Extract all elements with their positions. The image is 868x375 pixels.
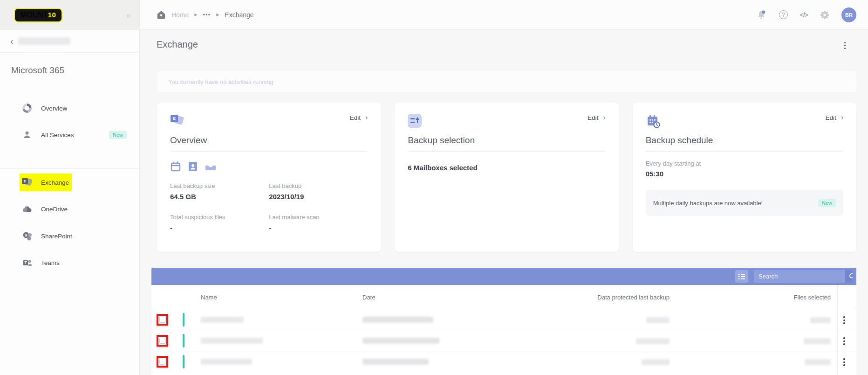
highlighted-row-checkbox[interactable] bbox=[157, 356, 168, 368]
sidebar-item-label: Overview bbox=[41, 105, 67, 112]
sidebar-item-onedrive[interactable]: OneDrive bbox=[0, 200, 140, 218]
stat-value: - bbox=[170, 224, 269, 232]
code-icon[interactable]: </> bbox=[800, 11, 808, 19]
mount10-logo[interactable]: MOUNT10 bbox=[14, 8, 62, 22]
overview-edit-button[interactable]: Edit › bbox=[350, 114, 368, 121]
redacted-name-cell bbox=[201, 317, 244, 323]
chevron-right-icon: › bbox=[603, 114, 605, 121]
home-icon[interactable] bbox=[157, 10, 166, 20]
redacted-data-protected-cell bbox=[646, 317, 670, 323]
sidebar: MOUNT10 « ‹ Microsoft 365 Overview All S… bbox=[0, 0, 140, 375]
sidebar-item-label: All Services bbox=[41, 132, 74, 139]
breadcrumb-home[interactable]: Home bbox=[171, 11, 189, 19]
breadcrumb-current: Exchange bbox=[225, 11, 253, 19]
stat-label: Last malware scan bbox=[269, 214, 368, 221]
sidebar-item-teams[interactable]: T Teams bbox=[0, 253, 140, 272]
backup-schedule-edit-button[interactable]: Edit › bbox=[825, 114, 843, 121]
search-box bbox=[754, 270, 853, 283]
redacted-date-cell bbox=[362, 317, 433, 323]
stat: Last backup size 64.5 GB bbox=[170, 182, 269, 201]
redacted-data-protected-cell bbox=[636, 338, 670, 344]
sidebar-header: MOUNT10 « bbox=[0, 0, 139, 30]
activities-banner: You currently have no activities running bbox=[157, 71, 856, 92]
calendar-clock-icon bbox=[646, 114, 661, 131]
table-row bbox=[151, 351, 856, 372]
stat: Last backup 2023/10/19 bbox=[269, 182, 368, 201]
column-header-files-selected: Files selected bbox=[151, 294, 831, 301]
breadcrumb-collapsed[interactable]: ••• bbox=[203, 11, 211, 18]
stat: Total suspicious files - bbox=[170, 214, 269, 232]
sidebar-item-exchange[interactable]: E Exchange bbox=[0, 173, 140, 192]
column-divider bbox=[837, 330, 838, 351]
row-kebab-menu[interactable] bbox=[841, 314, 847, 326]
sidebar-item-all-services[interactable]: All Services New bbox=[0, 125, 140, 144]
schedule-start-time: 05:30 bbox=[646, 170, 843, 178]
sidebar-item-label: OneDrive bbox=[41, 206, 68, 213]
activities-message: You currently have no activities running bbox=[168, 78, 273, 85]
stat-label: Last backup size bbox=[170, 182, 269, 189]
notifications-bell-icon[interactable] bbox=[756, 9, 767, 21]
breadcrumb-separator-icon: ▶ bbox=[216, 13, 219, 17]
column-divider bbox=[837, 372, 838, 375]
checkbox bbox=[159, 317, 165, 323]
divider bbox=[170, 151, 368, 152]
table-row bbox=[151, 309, 856, 330]
column-divider bbox=[837, 285, 838, 309]
sidebar-back-row: ‹ bbox=[0, 30, 139, 53]
status-indicator-bar bbox=[183, 313, 185, 326]
notice-text: Multiple daily backups are now available… bbox=[653, 200, 763, 207]
overview-stats: Last backup size 64.5 GB Last backup 202… bbox=[170, 182, 368, 232]
schedule-frequency-label: Every day starting at bbox=[646, 160, 843, 167]
column-settings-icon[interactable] bbox=[735, 270, 748, 283]
card-title: Backup schedule bbox=[646, 135, 843, 146]
status-indicator-bar bbox=[183, 334, 185, 347]
inbox-tray-icon bbox=[205, 162, 217, 173]
stat-value: - bbox=[269, 224, 368, 232]
exchange-card-icon: E bbox=[170, 114, 184, 128]
highlighted-row-checkbox[interactable] bbox=[157, 314, 168, 326]
backup-selection-card: Edit › Backup selection 6 Mailboxes sele… bbox=[395, 103, 618, 252]
divider bbox=[646, 151, 843, 152]
summary-cards: E Edit › Overview bbox=[157, 103, 856, 252]
edit-label: Edit bbox=[350, 114, 361, 121]
search-icon[interactable] bbox=[845, 270, 853, 283]
redacted-files-selected-cell bbox=[810, 317, 831, 323]
status-indicator-bar bbox=[183, 355, 185, 368]
divider bbox=[408, 151, 605, 152]
sidebar-divider bbox=[0, 168, 140, 169]
back-arrow-icon[interactable]: ‹ bbox=[10, 36, 14, 46]
sidebar-item-overview[interactable]: Overview bbox=[0, 99, 140, 118]
sidebar-collapse-icon[interactable]: « bbox=[126, 11, 131, 20]
page-title: Exchange bbox=[157, 39, 198, 50]
topbar-actions: ? </> BR bbox=[756, 7, 868, 22]
user-avatar[interactable]: BR bbox=[841, 7, 856, 22]
sidebar-item-sharepoint[interactable]: s SharePoint bbox=[0, 227, 140, 245]
sidebar-item-label: Exchange bbox=[41, 179, 69, 186]
svg-text:s: s bbox=[25, 233, 27, 237]
sidebar-section-title: Microsoft 365 bbox=[11, 65, 64, 76]
stat-label: Total suspicious files bbox=[170, 214, 269, 221]
search-input[interactable] bbox=[754, 270, 845, 283]
help-icon[interactable]: ? bbox=[779, 10, 788, 19]
logo-text-primary: MOUNT bbox=[21, 11, 48, 19]
gear-icon[interactable] bbox=[820, 10, 829, 20]
backup-selection-edit-button[interactable]: Edit › bbox=[588, 114, 606, 121]
table-toolbar bbox=[151, 268, 856, 285]
highlighted-row-checkbox[interactable] bbox=[157, 335, 168, 347]
sidebar-item-label: SharePoint bbox=[41, 233, 72, 240]
backup-schedule-card: Edit › Backup schedule Every day startin… bbox=[633, 103, 856, 252]
new-badge: New bbox=[818, 199, 836, 207]
overview-stat-icons bbox=[170, 161, 368, 174]
m365-overview-icon bbox=[21, 103, 33, 113]
column-divider bbox=[837, 309, 838, 330]
breadcrumb: Home ▶ ••• ▶ Exchange bbox=[157, 10, 254, 20]
page-kebab-menu[interactable] bbox=[842, 40, 847, 51]
topbar: Home ▶ ••• ▶ Exchange ? </> BR bbox=[140, 0, 868, 30]
redacted-data-protected-cell bbox=[642, 359, 670, 365]
row-kebab-menu[interactable] bbox=[841, 335, 847, 347]
checkbox bbox=[159, 338, 165, 344]
teams-icon: T bbox=[21, 257, 33, 268]
app-root: MOUNT10 « ‹ Microsoft 365 Overview All S… bbox=[0, 0, 868, 375]
redacted-name-cell bbox=[201, 338, 263, 344]
row-kebab-menu[interactable] bbox=[841, 356, 847, 368]
